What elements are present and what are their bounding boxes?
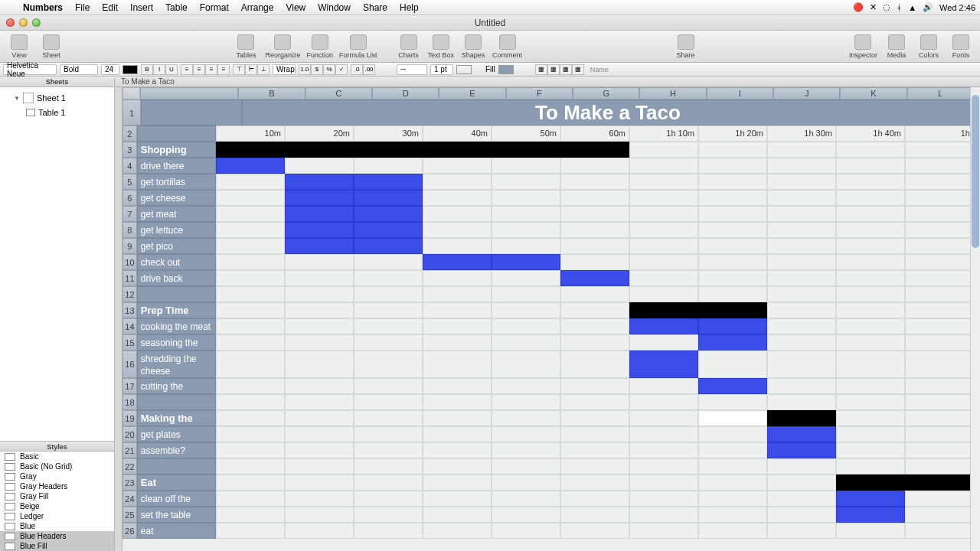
cell[interactable]: [905, 458, 974, 474]
cell[interactable]: [560, 426, 629, 442]
cell[interactable]: [354, 302, 423, 318]
time-header-cell[interactable]: 1h 40m: [836, 126, 905, 142]
toolbar-share[interactable]: Share: [673, 34, 699, 59]
cell[interactable]: [285, 158, 354, 174]
cell[interactable]: [423, 318, 492, 334]
cell[interactable]: [767, 523, 836, 539]
clock[interactable]: Wed 2:46: [939, 3, 975, 12]
col-header-C[interactable]: C: [305, 87, 372, 99]
cell[interactable]: [423, 491, 492, 507]
cell[interactable]: [216, 378, 285, 394]
cell[interactable]: [698, 222, 767, 238]
cell[interactable]: [629, 507, 698, 523]
row-header-23[interactable]: 23: [122, 474, 137, 491]
cell[interactable]: [354, 474, 423, 491]
cell[interactable]: [216, 286, 285, 302]
toolbar-reorganize[interactable]: Reorganize: [265, 34, 300, 59]
col-header-G[interactable]: G: [573, 87, 639, 99]
cell[interactable]: [492, 270, 560, 286]
cell[interactable]: [836, 190, 905, 206]
cell[interactable]: [905, 222, 974, 238]
cell[interactable]: [492, 426, 560, 442]
cell[interactable]: [767, 222, 836, 238]
toolbar-charts[interactable]: Charts: [396, 34, 422, 59]
cell[interactable]: [905, 142, 974, 158]
toolbar-shapes[interactable]: Shapes: [460, 34, 486, 59]
toolbar-media[interactable]: Media: [884, 34, 910, 59]
cell[interactable]: [285, 523, 354, 539]
cell[interactable]: [905, 507, 974, 523]
cell[interactable]: [285, 507, 354, 523]
cell[interactable]: [560, 334, 629, 350]
cell[interactable]: [560, 302, 629, 318]
cell[interactable]: [767, 238, 836, 254]
cell[interactable]: [836, 442, 905, 458]
cell[interactable]: [285, 238, 354, 254]
row-header-4[interactable]: 4: [122, 158, 137, 174]
cell[interactable]: [905, 442, 974, 458]
cell[interactable]: [698, 158, 767, 174]
cell[interactable]: [836, 254, 905, 270]
toolbar-view[interactable]: View: [6, 34, 32, 59]
cell[interactable]: [836, 458, 905, 474]
cell[interactable]: [560, 286, 629, 302]
time-header-cell[interactable]: 40m: [423, 126, 492, 142]
cell[interactable]: [285, 222, 354, 238]
cell[interactable]: [354, 286, 423, 302]
cell[interactable]: [216, 410, 285, 426]
row-label[interactable]: get plates: [137, 426, 216, 442]
col-header-H[interactable]: H: [639, 87, 706, 99]
cell[interactable]: [423, 394, 492, 410]
row-label[interactable]: [137, 286, 216, 302]
corner-cell[interactable]: [122, 87, 140, 99]
cell[interactable]: [905, 378, 974, 394]
cell[interactable]: [836, 394, 905, 410]
row-label[interactable]: seasoning the meat: [137, 334, 216, 350]
cell[interactable]: [285, 254, 354, 270]
cell[interactable]: [492, 523, 560, 539]
time-header-cell[interactable]: 30m: [354, 126, 423, 142]
row-header-25[interactable]: 25: [122, 507, 137, 523]
toolbar-comment[interactable]: Comment: [492, 34, 522, 59]
cell[interactable]: [285, 474, 354, 491]
cell[interactable]: [767, 458, 836, 474]
time-header-cell[interactable]: 50m: [492, 126, 560, 142]
cell[interactable]: [767, 206, 836, 222]
cell-a2[interactable]: [137, 126, 216, 142]
cell[interactable]: [354, 238, 423, 254]
time-header-cell[interactable]: 1h: [905, 126, 974, 142]
row-header-12[interactable]: 12: [122, 286, 137, 302]
cell[interactable]: [836, 350, 905, 378]
cell[interactable]: [285, 426, 354, 442]
cell[interactable]: [285, 286, 354, 302]
col-header-J[interactable]: J: [773, 87, 840, 99]
cell[interactable]: [216, 174, 285, 190]
row-header-22[interactable]: 22: [122, 458, 137, 474]
row-label[interactable]: [137, 394, 216, 410]
cell[interactable]: [560, 254, 629, 270]
row-label[interactable]: get tortillas: [137, 174, 216, 190]
cell[interactable]: [354, 270, 423, 286]
cell[interactable]: [354, 394, 423, 410]
cell[interactable]: [492, 222, 560, 238]
cell[interactable]: [836, 334, 905, 350]
cell[interactable]: [354, 523, 423, 539]
cell[interactable]: [767, 318, 836, 334]
cell[interactable]: [560, 410, 629, 426]
cell[interactable]: [492, 458, 560, 474]
cell[interactable]: [698, 474, 767, 491]
cell[interactable]: [492, 491, 560, 507]
cell[interactable]: [423, 222, 492, 238]
table-layout-buttons[interactable]: ▦▦▦▦: [535, 64, 584, 75]
cell[interactable]: [560, 442, 629, 458]
cell[interactable]: [836, 142, 905, 158]
cell[interactable]: [698, 190, 767, 206]
row-header-13[interactable]: 13: [122, 302, 137, 318]
cell[interactable]: [698, 394, 767, 410]
cell[interactable]: [767, 350, 836, 378]
cell[interactable]: [836, 410, 905, 426]
cell[interactable]: [216, 254, 285, 270]
cell[interactable]: [423, 334, 492, 350]
cell[interactable]: [354, 458, 423, 474]
cell[interactable]: [285, 491, 354, 507]
